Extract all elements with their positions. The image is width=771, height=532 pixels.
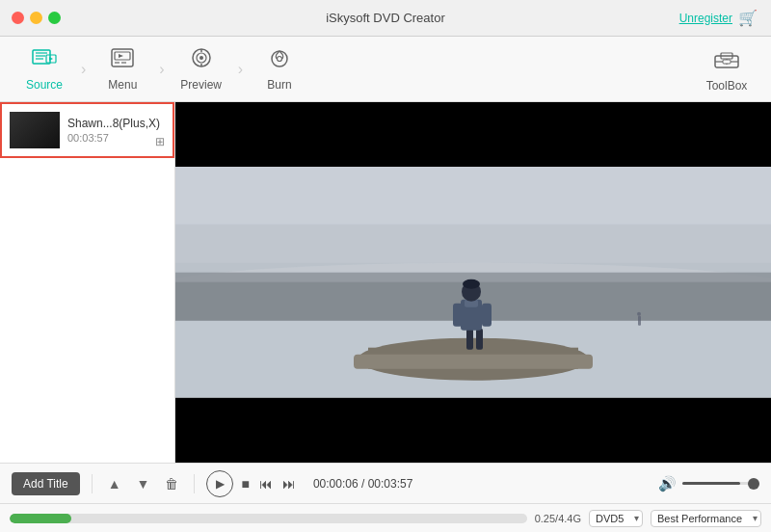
dvd-select-wrapper[interactable]: DVD5 DVD9 [589,510,643,527]
unregister-link[interactable]: Unregister [679,12,732,25]
tab-burn[interactable]: Burn [245,40,314,98]
volume-thumb[interactable] [748,478,759,490]
toolbar: Source › Menu › Preview [0,37,771,102]
tab-preview[interactable]: Preview [167,40,236,98]
cart-icon[interactable]: 🛒 [738,9,758,27]
time-current: 00:00:06 [313,477,359,491]
tab-menu-label: Menu [108,78,137,92]
storage-text: 0.25/4.4G [535,513,581,524]
video-name: Shawn...8(Plus,X) [67,117,164,130]
status-bar: 0.25/4.4G DVD5 DVD9 Best Performance Hig… [0,503,771,532]
letterbox-top [175,102,771,167]
burn-icon [267,47,292,74]
svg-rect-44 [638,316,641,326]
arrow-3: › [238,61,243,78]
svg-marker-10 [119,54,123,58]
quality-select-wrapper[interactable]: Best Performance High Quality Standard [651,510,761,527]
playback-controls: ▶ ■ ⏮ ⏭ [206,470,297,497]
separator-2 [194,474,195,493]
close-button[interactable] [12,12,24,24]
traffic-lights [12,12,61,24]
letterbox-bottom [175,398,771,463]
svg-point-13 [199,56,203,60]
add-title-button[interactable]: Add Title [12,472,80,495]
quality-select[interactable]: Best Performance High Quality Standard [651,510,761,527]
video-scene [175,102,771,463]
toolbox-icon [713,46,740,75]
svg-rect-36 [466,329,473,350]
tab-menu[interactable]: Menu [88,40,157,98]
svg-rect-40 [453,304,463,327]
svg-rect-26 [10,123,60,137]
volume-icon: 🔊 [658,475,677,492]
svg-rect-37 [476,329,483,350]
svg-rect-22 [723,60,731,64]
svg-point-43 [463,279,480,289]
left-panel: Shawn...8(Plus,X) 00:03:57 ⊞ [0,102,175,463]
preview-area [175,102,771,463]
time-separator: / [361,477,368,491]
svg-rect-24 [10,112,60,123]
svg-rect-35 [354,355,593,369]
volume-fill [682,482,740,485]
svg-rect-41 [482,304,492,327]
next-button[interactable]: ⏭ [280,474,298,493]
video-duration: 00:03:57 [67,132,165,144]
tab-source-label: Source [26,78,63,92]
arrow-2: › [159,61,164,78]
toolbox-label: ToolBox [706,79,748,93]
playback-controls-bar: Add Title ▲ ▼ 🗑 ▶ ■ ⏮ ⏭ 00:00:06 / 00:03… [0,463,771,503]
time-total: 00:03:57 [368,477,413,491]
time-display: 00:00:06 / 00:03:57 [313,477,412,491]
video-item-0[interactable]: Shawn...8(Plus,X) 00:03:57 ⊞ [0,102,174,158]
svg-point-17 [277,56,281,61]
minimize-button[interactable] [30,12,42,24]
separator-1 [92,474,93,493]
svg-marker-5 [49,57,53,61]
stop-button[interactable]: ■ [239,474,251,493]
progress-bar-container [10,514,527,523]
maximize-button[interactable] [48,12,61,24]
svg-point-45 [637,312,641,316]
svg-point-16 [272,51,287,66]
play-button[interactable]: ▶ [206,470,233,497]
source-icon [32,47,57,74]
video-thumbnail [10,112,60,148]
tab-source[interactable]: Source [10,40,79,98]
delete-button[interactable]: 🗑 [161,472,182,495]
svg-rect-0 [33,50,50,64]
arrow-1: › [81,61,86,78]
edit-icon[interactable]: ⊞ [155,135,165,148]
dvd-select[interactable]: DVD5 DVD9 [589,510,643,527]
tab-toolbox[interactable]: ToolBox [692,40,761,98]
video-info: Shawn...8(Plus,X) 00:03:57 [67,117,165,144]
move-up-button[interactable]: ▲ [104,472,125,495]
svg-rect-23 [10,112,60,148]
volume-area: 🔊 [658,475,759,492]
prev-button[interactable]: ⏮ [257,474,275,493]
menu-icon [110,47,135,74]
app-title: iSkysoft DVD Creator [326,11,445,25]
main-content: Shawn...8(Plus,X) 00:03:57 ⊞ [0,102,771,463]
title-bar: iSkysoft DVD Creator Unregister 🛒 [0,0,771,37]
preview-icon [189,47,214,74]
volume-slider[interactable] [682,482,759,485]
video-frame [175,167,771,397]
svg-rect-25 [10,137,60,148]
move-down-button[interactable]: ▼ [133,472,154,495]
progress-bar-fill [10,514,71,523]
tab-burn-label: Burn [267,78,291,92]
tab-preview-label: Preview [180,78,222,92]
